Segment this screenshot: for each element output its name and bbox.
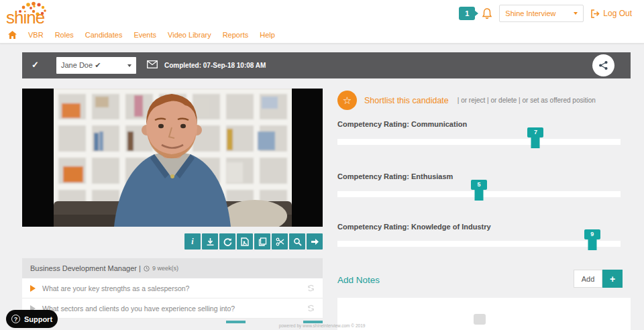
search-button[interactable] xyxy=(289,233,305,250)
slider-handle[interactable] xyxy=(531,138,540,148)
plus-icon: + xyxy=(610,274,615,284)
refresh-icon xyxy=(223,237,232,246)
add-note-plus-button[interactable]: + xyxy=(602,270,623,288)
bell-icon[interactable] xyxy=(482,7,492,19)
play-icon[interactable] xyxy=(30,285,36,292)
slider-value-tooltip: 9 xyxy=(584,229,600,239)
logout-button[interactable]: Log Out xyxy=(590,9,632,18)
retake-icon[interactable] xyxy=(307,305,315,312)
save-file-icon xyxy=(241,237,249,246)
cut-button[interactable] xyxy=(272,233,288,250)
question-text: What are your key strengths as a salespe… xyxy=(42,284,301,292)
share-button[interactable] xyxy=(592,54,614,76)
completed-status: Completed: 07-Sep-18 10:08 AM xyxy=(164,62,266,69)
logo-text: shine xyxy=(6,7,45,26)
add-notes-title: Add Notes xyxy=(337,275,380,285)
logout-icon xyxy=(590,9,600,18)
share-icon xyxy=(598,60,608,70)
account-dropdown-value: Shine Interview xyxy=(505,9,574,17)
slider-value-tooltip: 5 xyxy=(471,180,487,190)
candidate-dropdown[interactable]: Jane Doe ✔ xyxy=(56,57,136,74)
rating-slider-communication[interactable]: 7 xyxy=(337,139,621,145)
nav-item-candidates[interactable]: Candidates xyxy=(85,31,123,39)
logout-label: Log Out xyxy=(603,9,632,18)
download-button[interactable] xyxy=(202,233,218,250)
powered-by-footer: powered by www.shineinterview.com © 2019 xyxy=(0,323,644,328)
candidate-video-player[interactable] xyxy=(22,89,323,227)
question-row-2[interactable]: What sectors and clients do you have exp… xyxy=(22,298,323,319)
candidate-bar: ✓ Jane Doe ✔ Completed: 07-Sep-18 10:08 … xyxy=(22,52,631,78)
video-frame xyxy=(52,89,293,227)
slider-value-tooltip: 7 xyxy=(527,127,543,138)
next-button[interactable] xyxy=(307,233,323,250)
cut-icon xyxy=(276,237,284,246)
nav-item-vbr[interactable]: VBR xyxy=(28,31,44,39)
video-toolbar: i xyxy=(22,233,323,250)
slider-handle[interactable] xyxy=(588,239,596,250)
role-header: Business Development Manager | 9 week(s) xyxy=(22,258,323,278)
account-dropdown[interactable]: Shine Interview xyxy=(499,5,584,22)
question-text: What sectors and clients do you have exp… xyxy=(42,305,301,313)
search-icon xyxy=(293,237,302,246)
retake-icon[interactable] xyxy=(307,284,315,292)
arrow-right-icon xyxy=(311,238,319,245)
clock-icon xyxy=(144,266,150,272)
rating-label-enthusiasm: Competency Rating: Enthusiasm xyxy=(337,172,453,180)
question-mark-icon: ? xyxy=(11,315,20,323)
secondary-actions[interactable]: | or reject | or delete | or set as offe… xyxy=(458,97,596,104)
role-title: Business Development Manager | xyxy=(30,264,141,272)
notification-count-badge[interactable]: 1 xyxy=(459,7,475,20)
question-row-1[interactable]: What are your key strengths as a salespe… xyxy=(22,278,323,298)
chevron-down-icon xyxy=(127,64,131,67)
info-button[interactable]: i xyxy=(184,233,201,250)
top-header: shine 1 Shine Interview Log Out xyxy=(0,0,644,27)
support-label: Support xyxy=(24,315,52,323)
chevron-down-icon xyxy=(574,12,578,15)
shine-logo[interactable]: shine xyxy=(5,1,54,29)
check-icon: ✓ xyxy=(32,60,39,70)
nav-item-video-library[interactable]: Video Library xyxy=(168,31,211,39)
rating-label-communication: Competency Rating: Communication xyxy=(337,120,467,128)
download-icon xyxy=(206,237,215,246)
shortlist-star-button[interactable]: ☆ xyxy=(337,91,357,110)
main-nav: VBR Roles Candidates Events Video Librar… xyxy=(0,27,644,44)
envelope-icon xyxy=(147,60,158,68)
rating-slider-knowledge[interactable]: 9 xyxy=(337,241,621,247)
candidate-actions-row: ☆ Shortlist this candidate | or reject |… xyxy=(337,91,596,110)
add-note-button[interactable]: Add xyxy=(574,270,602,288)
refresh-button[interactable] xyxy=(219,233,235,250)
star-icon: ☆ xyxy=(343,95,352,107)
home-icon[interactable] xyxy=(8,31,17,39)
copy-button[interactable] xyxy=(254,233,270,250)
slider-handle[interactable] xyxy=(475,190,484,201)
candidate-dropdown-value: Jane Doe ✔ xyxy=(61,61,127,70)
rating-label-knowledge: Competency Rating: Knowledge of Industry xyxy=(337,223,491,231)
nav-item-events[interactable]: Events xyxy=(133,31,156,39)
role-duration: 9 week(s) xyxy=(152,265,178,272)
nav-item-reports[interactable]: Reports xyxy=(223,31,249,39)
nav-item-roles[interactable]: Roles xyxy=(55,31,74,39)
copy-icon xyxy=(258,237,267,246)
add-note-controls: Add + xyxy=(574,270,623,288)
nav-item-help[interactable]: Help xyxy=(260,31,275,39)
save-file-button[interactable] xyxy=(237,233,253,250)
rating-slider-enthusiasm[interactable]: 5 xyxy=(337,191,621,197)
shortlist-link[interactable]: Shortlist this candidate xyxy=(364,96,449,105)
